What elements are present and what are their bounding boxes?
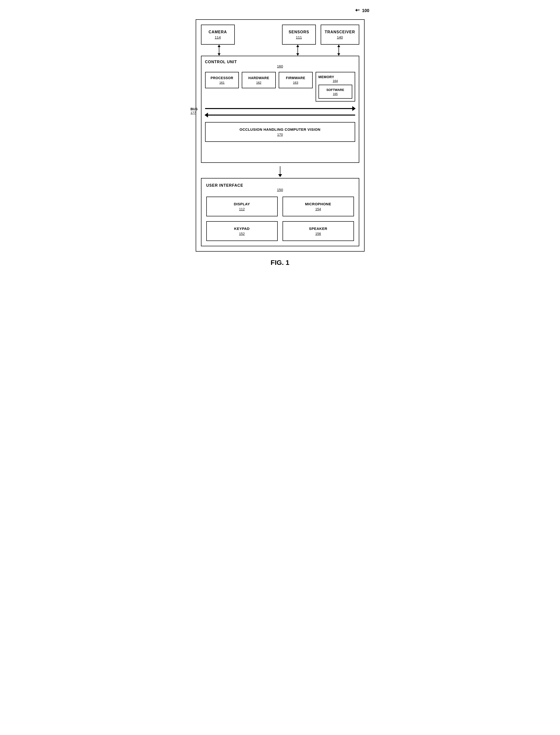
keypad-ref: 152 (209, 232, 275, 236)
bus-label-group: BUS 177 (191, 107, 198, 115)
sensors-arrow (281, 47, 315, 54)
figure-number: FIG. 1 (196, 259, 365, 267)
processor-ref: 161 (208, 81, 236, 84)
software-box: SOFTWARE 165 (318, 85, 352, 99)
user-interface-box: USER INTERFACE 150 DISPLAY 112 MICROPHON… (201, 178, 359, 246)
transceiver-ref: 140 (325, 35, 355, 39)
bus-bottom-arrow (205, 113, 355, 118)
sensors-box: SENSORS 111 (282, 25, 316, 45)
camera-box: CAMERA 114 (201, 25, 235, 45)
speaker-label: SPEAKER (309, 227, 327, 231)
hardware-label: HARDWARE (248, 76, 269, 80)
software-label: SOFTWARE (326, 88, 344, 92)
control-unit-box: CONTROL UNIT 160 PROCESSOR 161 HARDWARE … (201, 56, 359, 163)
memory-label: MEMORY (318, 75, 334, 79)
camera-ref: 114 (205, 35, 231, 39)
control-unit-spacer (205, 144, 355, 159)
display-label: DISPLAY (234, 202, 250, 206)
display-ref: 112 (209, 207, 275, 211)
software-ref: 165 (321, 92, 350, 96)
sensors-ref: 111 (286, 35, 312, 39)
main-diagram: CAMERA 114 SENSORS 111 TRANSCEIVER 140 (196, 19, 365, 252)
connector-arrow (280, 166, 280, 175)
camera-label: CAMERA (208, 30, 227, 34)
bus-ref: 177 (191, 111, 198, 115)
occlusion-label: OCCLUSION HANDLING COMPUTER VISION (240, 127, 320, 132)
microphone-label: MICROPHONE (305, 202, 331, 206)
hardware-ref: 162 (245, 81, 273, 84)
hardware-box: HARDWARE 162 (242, 72, 276, 88)
ui-components-grid: DISPLAY 112 MICROPHONE 154 KEYPAD 152 SP… (206, 197, 354, 241)
transceiver-arrow (319, 47, 358, 54)
occlusion-box: OCCLUSION HANDLING COMPUTER VISION 170 (205, 122, 355, 142)
ref-number: 100 (362, 8, 369, 13)
bus-area: BUS 177 (205, 105, 355, 118)
inner-components-row: PROCESSOR 161 HARDWARE 162 FIRMWARE 163 … (205, 72, 355, 102)
transceiver-label: TRANSCEIVER (325, 30, 355, 34)
occlusion-ref: 170 (208, 133, 352, 137)
ui-ref: 150 (206, 188, 354, 192)
keypad-box: KEYPAD 152 (206, 221, 278, 241)
transceiver-box: TRANSCEIVER 140 (321, 25, 359, 45)
camera-arrow (202, 47, 236, 54)
control-unit-ref: 160 (205, 64, 355, 68)
processor-box: PROCESSOR 161 (205, 72, 239, 88)
microphone-box: MICROPHONE 154 (283, 197, 354, 216)
speaker-box: SPEAKER 156 (283, 221, 354, 241)
arrow-icon: ↗ (354, 7, 361, 14)
sensors-label: SENSORS (289, 30, 309, 34)
bus-label: BUS (191, 107, 198, 111)
display-box: DISPLAY 112 (206, 197, 278, 216)
page: ↗ 100 CAMERA 114 SENSORS 111 TRANSCEIVER… (186, 5, 374, 281)
memory-box: MEMORY 164 SOFTWARE 165 (316, 72, 355, 102)
firmware-label: FIRMWARE (286, 76, 305, 80)
bus-top-arrow (205, 106, 355, 111)
speaker-ref: 156 (285, 232, 351, 236)
figure-ref: ↗ 100 (355, 7, 369, 14)
connector-arrow-wrapper (201, 166, 359, 175)
top-components-row: CAMERA 114 SENSORS 111 TRANSCEIVER 140 (201, 25, 359, 45)
firmware-box: FIRMWARE 163 (279, 72, 313, 88)
keypad-label: KEYPAD (234, 227, 249, 231)
ui-label: USER INTERFACE (206, 183, 243, 188)
microphone-ref: 154 (285, 207, 351, 211)
control-unit-label: CONTROL UNIT (205, 60, 237, 64)
processor-label: PROCESSOR (211, 76, 233, 80)
firmware-ref: 163 (282, 81, 310, 84)
memory-ref: 164 (318, 79, 352, 83)
top-arrows (201, 47, 359, 54)
